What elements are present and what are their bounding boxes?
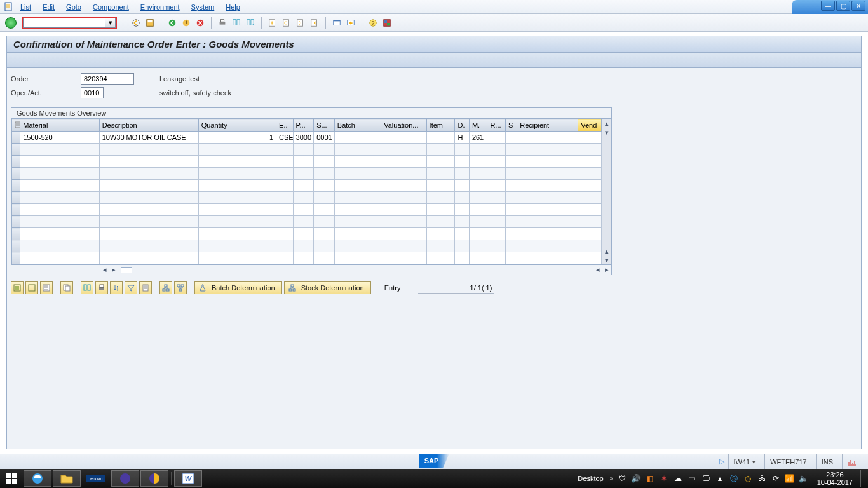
col-batch[interactable]: Batch (334, 119, 381, 132)
scroll-up2-icon[interactable]: ▴ (602, 247, 611, 255)
table-row[interactable] (12, 228, 602, 240)
row-selector[interactable] (12, 216, 20, 228)
col-quantity[interactable]: Quantity (198, 119, 276, 132)
tray-app2-icon[interactable]: ✶ (659, 473, 669, 484)
table-row[interactable] (12, 144, 602, 156)
cell-description[interactable]: 10W30 MOTOR OIL CASE (99, 132, 198, 144)
new-entries-icon[interactable] (40, 281, 53, 294)
menu-system[interactable]: System (191, 3, 215, 11)
status-mode[interactable]: INS (816, 454, 838, 469)
tray-speaker-icon[interactable]: 🔊 (631, 473, 641, 484)
help-icon[interactable]: ? (367, 17, 379, 29)
new-session-icon[interactable] (331, 17, 342, 29)
cell-p[interactable]: 3000 (293, 132, 314, 144)
find-next-icon[interactable] (245, 17, 256, 29)
row-selector[interactable] (12, 228, 20, 240)
scroll-left2-icon[interactable]: ◂ (593, 266, 602, 274)
stock-determination-button[interactable]: Stock Determination (284, 281, 371, 294)
tray-monitor-icon[interactable]: 🖵 (701, 473, 711, 484)
deselect-all-icon[interactable] (25, 281, 38, 294)
menu-goto[interactable]: Goto (66, 3, 81, 11)
table-row[interactable] (12, 204, 602, 216)
select-all-icon[interactable] (11, 281, 24, 294)
table-row[interactable]: 1500-520 10W30 MOTOR OIL CASE 1 CSE 3000… (12, 132, 602, 144)
scroll-left-icon[interactable]: ◂ (100, 266, 109, 274)
cell-quantity[interactable]: 1 (198, 132, 276, 144)
save-icon[interactable] (144, 17, 156, 29)
chevron-icon[interactable]: » (610, 475, 613, 482)
cell-s2[interactable] (505, 132, 517, 144)
row-selector[interactable] (12, 144, 20, 156)
details-icon[interactable] (139, 281, 152, 294)
command-field[interactable] (23, 18, 105, 28)
enter-button[interactable] (5, 17, 17, 29)
task-ie[interactable] (24, 470, 51, 487)
menu-environment[interactable]: Environment (140, 3, 180, 11)
batch-determination-button[interactable]: Batch Determination (194, 281, 282, 294)
tray-norton-icon[interactable]: ◎ (743, 473, 753, 484)
tray-volume-icon[interactable]: 🔈 (799, 473, 809, 484)
col-item[interactable]: Item (426, 119, 455, 132)
operact-field[interactable] (81, 87, 104, 98)
cell-valuation[interactable] (381, 132, 426, 144)
scroll-up-icon[interactable]: ▴ (602, 119, 611, 128)
menu-component[interactable]: Component (93, 3, 129, 11)
hierarchy2-icon[interactable] (174, 281, 187, 294)
task-firefox[interactable] (111, 470, 139, 487)
show-desktop[interactable] (860, 470, 864, 487)
col-m[interactable]: M. (469, 119, 487, 132)
layout-icon[interactable] (381, 17, 393, 29)
col-e[interactable]: E.. (276, 119, 294, 132)
table-row[interactable] (12, 252, 602, 264)
scroll-down2-icon[interactable]: ▾ (602, 255, 611, 264)
col-s[interactable]: S... (314, 119, 335, 132)
cell-vend[interactable] (578, 132, 602, 144)
order-field[interactable] (81, 73, 134, 85)
cell-m[interactable]: 261 (469, 132, 487, 144)
menu-edit[interactable]: Edit (43, 3, 55, 11)
table-config-corner[interactable] (12, 119, 20, 132)
menu-list[interactable]: List (20, 3, 31, 11)
row-selector[interactable] (12, 204, 20, 216)
shortcut-icon[interactable] (345, 17, 356, 29)
scroll-thumb[interactable] (121, 267, 132, 273)
cell-d[interactable]: H (455, 132, 469, 144)
status-graph-icon[interactable] (842, 454, 862, 469)
prev-page-icon[interactable] (281, 17, 292, 29)
table-row[interactable] (12, 156, 602, 168)
task-explorer[interactable] (53, 470, 81, 487)
print-icon[interactable] (95, 281, 108, 294)
tray-up-icon[interactable]: ▴ (715, 473, 725, 484)
row-selector[interactable] (12, 240, 20, 252)
task-sap[interactable] (140, 470, 168, 487)
find-icon[interactable] (81, 281, 93, 294)
table-row[interactable] (12, 168, 602, 180)
tray-cloud-icon[interactable]: ☁ (673, 473, 683, 484)
scroll-down-icon[interactable]: ▾ (602, 128, 611, 137)
row-selector[interactable] (12, 156, 20, 168)
taskbar-clock[interactable]: 23:26 10-04-2017 (813, 471, 857, 486)
command-dropdown[interactable]: ▾ (105, 18, 116, 28)
cell-recipient[interactable] (517, 132, 578, 144)
vertical-scrollbar[interactable]: ▴ ▾ ▴ ▾ (602, 119, 611, 264)
col-p[interactable]: P... (293, 119, 314, 132)
tray-app-icon[interactable]: ◧ (645, 473, 655, 484)
goods-movements-table[interactable]: Material Description Quantity E.. P... S… (11, 119, 602, 264)
back-green-icon[interactable] (166, 17, 178, 29)
table-row[interactable] (12, 192, 602, 204)
cell-item[interactable] (426, 132, 455, 144)
table-row[interactable] (12, 240, 602, 252)
tray-battery-icon[interactable]: ▭ (687, 473, 697, 484)
cancel-icon[interactable] (194, 17, 206, 29)
cell-r[interactable] (487, 132, 506, 144)
col-r[interactable]: R... (487, 119, 506, 132)
cell-batch[interactable] (334, 132, 381, 144)
back-icon[interactable] (130, 17, 142, 29)
col-s2[interactable]: S (505, 119, 517, 132)
close-button[interactable]: ✕ (851, 1, 865, 11)
scroll-right-icon[interactable]: ▸ (109, 266, 118, 274)
row-selector[interactable] (12, 132, 20, 144)
table-settings-icon[interactable]: Vend (578, 119, 602, 132)
scroll-right2-icon[interactable]: ▸ (602, 266, 611, 274)
first-page-icon[interactable] (267, 17, 278, 29)
